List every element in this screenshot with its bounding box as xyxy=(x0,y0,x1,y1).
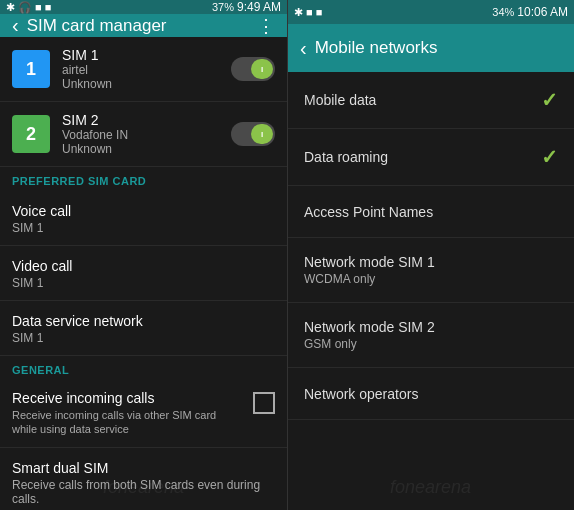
right-time: 10:06 AM xyxy=(517,5,568,19)
network-mode-sim1-title: Network mode SIM 1 xyxy=(304,254,558,270)
incoming-calls-desc: Receive incoming calls via other SIM car… xyxy=(12,408,243,437)
sim2-toggle[interactable]: I xyxy=(231,122,275,146)
r-bluetooth-icon: ✱ xyxy=(294,6,303,19)
right-status-bar: ✱ ■ ■ 34% 10:06 AM xyxy=(288,0,574,24)
bluetooth-icon: ✱ xyxy=(6,1,15,14)
network-operators-text: Network operators xyxy=(304,386,558,402)
left-status-icons: ✱ 🎧 ■ ■ xyxy=(6,1,51,14)
access-point-names-item[interactable]: Access Point Names xyxy=(288,186,574,238)
data-service-sub: SIM 1 xyxy=(12,331,275,345)
left-status-bar: ✱ 🎧 ■ ■ 37% 9:49 AM xyxy=(0,0,287,14)
sim2-info: SIM 2 Vodafone IN Unknown xyxy=(62,112,219,156)
data-roaming-item[interactable]: Data roaming ✓ xyxy=(288,129,574,186)
r-signal-icon2: ■ xyxy=(316,6,323,18)
sim1-item[interactable]: 1 SIM 1 airtel Unknown I xyxy=(0,37,287,102)
video-call-item[interactable]: Video call SIM 1 xyxy=(0,246,287,301)
network-mode-sim2-sub: GSM only xyxy=(304,337,558,351)
preferred-section-header: PREFERRED SIM CARD xyxy=(0,167,287,191)
incoming-calls-title: Receive incoming calls xyxy=(12,390,243,406)
sim2-toggle-knob: I xyxy=(251,124,273,144)
data-service-title: Data service network xyxy=(12,313,275,329)
mobile-data-title: Mobile data xyxy=(304,92,541,108)
video-call-title: Video call xyxy=(12,258,275,274)
voice-call-item[interactable]: Voice call SIM 1 xyxy=(0,191,287,246)
left-page-title: SIM card manager xyxy=(27,16,249,36)
incoming-calls-item[interactable]: Receive incoming calls Receive incoming … xyxy=(0,380,287,448)
right-battery-pct: 34% xyxy=(492,6,514,18)
right-page-title: Mobile networks xyxy=(315,38,562,58)
sim1-toggle[interactable]: I xyxy=(231,57,275,81)
sim2-name: SIM 2 xyxy=(62,112,219,128)
signal-icon2: ■ xyxy=(45,1,52,13)
r-signal-icon1: ■ xyxy=(306,6,313,18)
smart-dual-desc: Receive calls from both SIM cards even d… xyxy=(12,478,275,506)
network-mode-sim1-sub: WCDMA only xyxy=(304,272,558,286)
signal-icon1: ■ xyxy=(35,1,42,13)
smart-dual-title: Smart dual SIM xyxy=(12,460,275,476)
right-back-button[interactable]: ‹ xyxy=(300,37,307,60)
left-status-right: 37% 9:49 AM xyxy=(212,0,281,14)
sim1-status: Unknown xyxy=(62,77,219,91)
left-top-bar: ‹ SIM card manager ⋮ xyxy=(0,14,287,37)
access-point-names-text: Access Point Names xyxy=(304,204,558,220)
sim1-name: SIM 1 xyxy=(62,47,219,63)
network-mode-sim1-text: Network mode SIM 1 WCDMA only xyxy=(304,254,558,286)
network-mode-sim2-title: Network mode SIM 2 xyxy=(304,319,558,335)
left-back-button[interactable]: ‹ xyxy=(12,14,19,37)
mobile-data-checkmark: ✓ xyxy=(541,88,558,112)
sim2-item[interactable]: 2 SIM 2 Vodafone IN Unknown I xyxy=(0,102,287,167)
data-service-item[interactable]: Data service network SIM 1 xyxy=(0,301,287,356)
sim2-status: Unknown xyxy=(62,142,219,156)
mobile-data-text: Mobile data xyxy=(304,92,541,108)
smart-dual-item[interactable]: Smart dual SIM Receive calls from both S… xyxy=(0,448,287,510)
incoming-calls-text: Receive incoming calls Receive incoming … xyxy=(12,390,243,437)
access-point-names-title: Access Point Names xyxy=(304,204,558,220)
headphone-icon: 🎧 xyxy=(18,1,32,14)
sim1-icon: 1 xyxy=(12,50,50,88)
voice-call-sub: SIM 1 xyxy=(12,221,275,235)
sim2-carrier: Vodafone IN xyxy=(62,128,219,142)
right-top-bar: ‹ Mobile networks xyxy=(288,24,574,72)
data-roaming-title: Data roaming xyxy=(304,149,541,165)
network-mode-sim1-item[interactable]: Network mode SIM 1 WCDMA only xyxy=(288,238,574,303)
general-section-header: GENERAL xyxy=(0,356,287,380)
incoming-calls-checkbox[interactable] xyxy=(253,392,275,414)
right-status-right: 34% 10:06 AM xyxy=(492,5,568,19)
right-status-icons: ✱ ■ ■ xyxy=(294,6,322,19)
network-operators-title: Network operators xyxy=(304,386,558,402)
voice-call-title: Voice call xyxy=(12,203,275,219)
left-more-button[interactable]: ⋮ xyxy=(257,15,275,37)
network-operators-item[interactable]: Network operators xyxy=(288,368,574,420)
mobile-data-item[interactable]: Mobile data ✓ xyxy=(288,72,574,129)
left-time: 9:49 AM xyxy=(237,0,281,14)
network-mode-sim2-item[interactable]: Network mode SIM 2 GSM only xyxy=(288,303,574,368)
video-call-sub: SIM 1 xyxy=(12,276,275,290)
sim1-toggle-knob: I xyxy=(251,59,273,79)
data-roaming-text: Data roaming xyxy=(304,149,541,165)
sim1-info: SIM 1 airtel Unknown xyxy=(62,47,219,91)
left-battery-pct: 37% xyxy=(212,1,234,13)
sim2-icon: 2 xyxy=(12,115,50,153)
sim1-carrier: airtel xyxy=(62,63,219,77)
network-mode-sim2-text: Network mode SIM 2 GSM only xyxy=(304,319,558,351)
data-roaming-checkmark: ✓ xyxy=(541,145,558,169)
